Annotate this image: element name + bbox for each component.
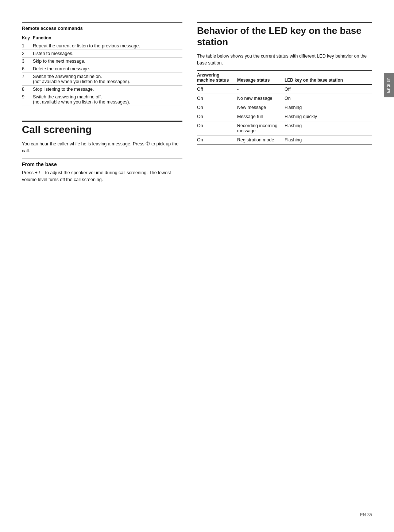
phone-icon: ✆ (146, 140, 150, 148)
commands-table-row: 3Skip to the next message. (22, 58, 182, 65)
command-key: 8 (22, 86, 33, 93)
command-key: 6 (22, 65, 33, 73)
led-message-status: - (237, 85, 285, 94)
led-am-status: On (197, 94, 237, 103)
left-column: Remote access commands Key Function 1Rep… (22, 22, 197, 510)
command-function: Repeat the current or listen to the prev… (33, 42, 182, 50)
command-function: Listen to messages. (33, 50, 182, 58)
led-table-row: OnNo new messageOn (197, 94, 372, 103)
command-function: Delete the current message. (33, 65, 182, 73)
from-base-divider (22, 158, 182, 159)
command-function: Skip to the next message. (33, 58, 182, 65)
led-table: Answering machine status Message status … (197, 70, 372, 145)
led-am-status: On (197, 121, 237, 135)
led-key-status: Off (285, 85, 372, 94)
led-key-status: Flashing (285, 103, 372, 112)
commands-table: Key Function 1Repeat the current or list… (22, 34, 182, 106)
remote-access-title: Remote access commands (22, 26, 182, 31)
led-am-status: On (197, 103, 237, 112)
led-section-title: Behavior of the LED key on the base stat… (197, 25, 372, 48)
col-am-status-header: Answering machine status (197, 71, 237, 85)
led-message-status: Message full (237, 112, 285, 121)
call-screening-divider-top (22, 121, 182, 122)
command-function: Switch the answering machine off.(not av… (33, 93, 182, 106)
from-base-title: From the base (22, 161, 182, 167)
command-function: Switch the answering machine on.(not ava… (33, 73, 182, 86)
led-table-row: OnNew messageFlashing (197, 103, 372, 112)
call-screening-title: Call screening (22, 124, 182, 136)
commands-table-row: 9Switch the answering machine off.(not a… (22, 93, 182, 106)
commands-table-row: 1Repeat the current or listen to the pre… (22, 42, 182, 50)
led-am-status: On (197, 135, 237, 144)
right-column: Behavior of the LED key on the base stat… (197, 22, 372, 510)
call-screening-section: Call screening You can hear the caller w… (22, 121, 182, 183)
led-table-row: Off-Off (197, 85, 372, 94)
led-am-status: Off (197, 85, 237, 94)
top-divider (22, 22, 182, 23)
page-container: Remote access commands Key Function 1Rep… (0, 0, 394, 532)
col-key-header: Key (22, 34, 33, 42)
call-screening-body: You can hear the caller while he is leav… (22, 140, 182, 154)
led-key-status: Flashing (285, 135, 372, 144)
led-am-status: On (197, 112, 237, 121)
led-key-status: Flashing (285, 121, 372, 135)
led-table-row: OnMessage fullFlashing quickly (197, 112, 372, 121)
led-message-status: New message (237, 103, 285, 112)
col-function-header: Function (33, 34, 182, 42)
command-function: Stop listening to the message. (33, 86, 182, 93)
led-section-divider (197, 22, 372, 23)
commands-table-row: 6Delete the current message. (22, 65, 182, 73)
led-message-status: No new message (237, 94, 285, 103)
page-footer: EN 35 (360, 512, 372, 517)
led-table-row: OnRegistration modeFlashing (197, 135, 372, 144)
led-key-status: On (285, 94, 372, 103)
command-key: 1 (22, 42, 33, 50)
command-key: 7 (22, 73, 33, 86)
col-led-header: LED key on the base station (285, 71, 372, 85)
led-message-status: Registration mode (237, 135, 285, 144)
led-key-status: Flashing quickly (285, 112, 372, 121)
col-message-status-header: Message status (237, 71, 285, 85)
command-key: 2 (22, 50, 33, 58)
commands-table-row: 7Switch the answering machine on.(not av… (22, 73, 182, 86)
from-base-body: Press + / – to adjust the speaker volume… (22, 169, 182, 183)
commands-table-row: 2Listen to messages. (22, 50, 182, 58)
command-key: 3 (22, 58, 33, 65)
side-tab: English (384, 73, 394, 97)
led-table-row: OnRecording incoming messageFlashing (197, 121, 372, 135)
command-key: 9 (22, 93, 33, 106)
commands-table-row: 8Stop listening to the message. (22, 86, 182, 93)
remote-access-section: Remote access commands Key Function 1Rep… (22, 22, 182, 106)
led-intro: The table below shows you the current st… (197, 53, 372, 67)
led-message-status: Recording incoming message (237, 121, 285, 135)
